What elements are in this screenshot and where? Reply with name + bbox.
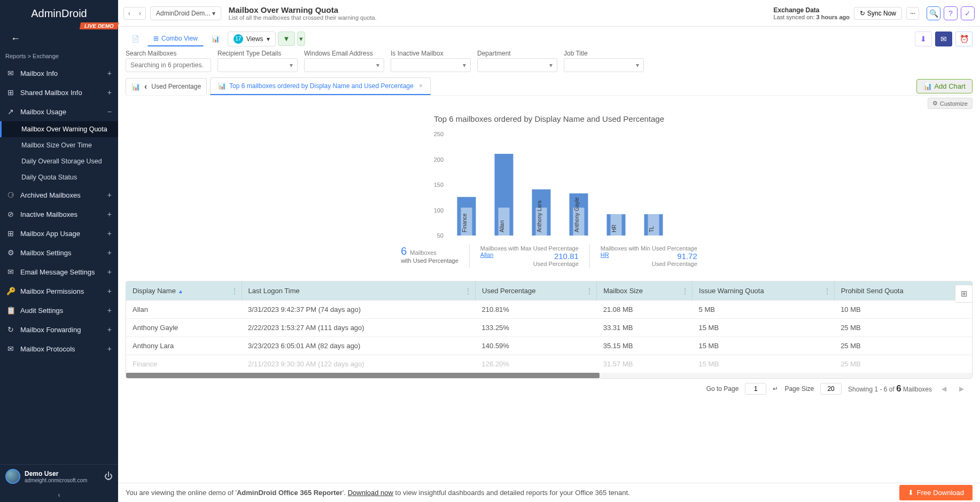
views-button[interactable]: 17 Views ▾ <box>228 32 276 46</box>
col-header[interactable]: Prohibit Send Quota⋮ <box>834 281 971 301</box>
nav-icon: ↻ <box>6 325 15 334</box>
download-link[interactable]: Download now <box>348 489 393 497</box>
expand-icon[interactable]: + <box>107 88 112 97</box>
page-size-input[interactable] <box>820 383 842 395</box>
combo-view-button[interactable]: ⊞Combo View <box>147 31 204 46</box>
col-menu-icon[interactable]: ⋮ <box>586 287 593 295</box>
expand-icon[interactable]: − <box>107 107 112 116</box>
goto-page-input[interactable] <box>745 383 766 395</box>
search-icon[interactable]: 🔍 <box>927 6 940 20</box>
expand-icon[interactable]: + <box>107 229 112 238</box>
filter-dropdown[interactable]: ▾ <box>297 32 305 46</box>
prev-chart-icon[interactable]: ‹ <box>144 82 147 91</box>
close-tab-icon[interactable]: × <box>419 82 423 90</box>
table-row[interactable]: Anthony Lara3/23/2023 6:05:01 AM (82 day… <box>126 337 972 355</box>
report-selector-label: AdminDroid Dem... <box>156 10 210 17</box>
help-icon[interactable]: ? <box>944 6 958 20</box>
expand-icon[interactable]: + <box>107 344 112 353</box>
report-selector[interactable]: AdminDroid Dem... ▾ <box>150 6 221 20</box>
col-menu-icon[interactable]: ⋮ <box>464 287 472 295</box>
next-page[interactable]: ▶ <box>956 384 967 394</box>
sidebar-item-11[interactable]: ✉Mailbox Protocols+ <box>0 339 118 358</box>
page-subtitle: List of all the mailboxes that crossed t… <box>229 14 377 21</box>
col-header[interactable]: Mailbox Size⋮ <box>597 281 693 301</box>
filter-recipient-type[interactable]: ▾ <box>217 58 298 72</box>
col-header[interactable]: Used Percentage⋮ <box>476 281 597 301</box>
min-link[interactable]: HR <box>601 252 609 267</box>
add-chart-button[interactable]: 📊Add Chart <box>916 79 973 93</box>
col-header[interactable]: Last Logon Time⋮ <box>242 281 475 301</box>
gear-icon: ⚙ <box>932 100 938 107</box>
sidebar-item-5[interactable]: ⊞Mailbox App Usage+ <box>0 224 118 243</box>
column-config-icon[interactable]: ⊞ <box>955 285 973 303</box>
filter-email-address[interactable]: ▾ <box>304 58 384 72</box>
expand-icon[interactable]: + <box>107 248 112 257</box>
search-input[interactable] <box>126 58 211 72</box>
filter-inactive[interactable]: ▾ <box>391 58 471 72</box>
filter-job-title[interactable]: ▾ <box>564 58 644 72</box>
chart-stats: 6Mailboxes with Used Percentage Mailboxe… <box>142 244 956 268</box>
chart-container: Top 6 mailboxes ordered by Display Name … <box>126 109 973 273</box>
back-button[interactable]: ← <box>0 27 118 51</box>
free-download-button[interactable]: ⬇Free Download <box>899 485 973 500</box>
customize-button[interactable]: ⚙Customize <box>928 98 973 109</box>
table-row[interactable]: Anthony Gayle2/22/2023 1:53:27 AM (111 d… <box>126 319 972 337</box>
sidebar-item-7[interactable]: ✉Email Message Settings+ <box>0 262 118 281</box>
collapse-sidebar[interactable]: ‹ <box>0 488 118 502</box>
col-header[interactable]: Issue Warning Quota⋮ <box>693 281 835 301</box>
sidebar-user[interactable]: Demo User admeight.onmicrosoft.com ⏻ <box>0 464 118 488</box>
chart-side-label[interactable]: Used Percentage <box>151 83 201 90</box>
prev-page[interactable]: ◀ <box>938 384 950 394</box>
chevron-down-icon: ▾ <box>267 35 270 43</box>
table-row[interactable]: Allan3/31/2023 9:42:37 PM (74 days ago)2… <box>126 301 972 319</box>
topbar: ‹ › AdminDroid Dem... ▾ Mailbox Over War… <box>118 0 980 27</box>
expand-icon[interactable]: + <box>107 287 112 295</box>
schedule-icon[interactable]: ⏰ <box>955 32 973 46</box>
expand-icon[interactable]: + <box>107 325 112 334</box>
email-icon[interactable]: ✉ <box>935 32 952 46</box>
sync-now-button[interactable]: ↻Sync Now <box>854 7 902 20</box>
col-menu-icon[interactable]: ⋮ <box>823 287 831 295</box>
expand-icon[interactable]: + <box>107 210 112 218</box>
sidebar-item-9[interactable]: 📋Audit Settings+ <box>0 301 118 320</box>
sidebar-item-8[interactable]: 🔑Mailbox Permissions+ <box>0 281 118 301</box>
sidebar-item-10[interactable]: ↻Mailbox Forwarding+ <box>0 320 118 339</box>
sidebar-item-6[interactable]: ⚙Mailbox Settings+ <box>0 243 118 262</box>
sidebar-sub-3[interactable]: Daily Quota Status <box>0 169 118 185</box>
col-menu-icon[interactable]: ⋮ <box>231 287 238 295</box>
power-icon[interactable]: ⏻ <box>104 472 113 481</box>
chart-icon[interactable]: 📊 <box>131 83 140 91</box>
export-icon[interactable]: 📄 <box>126 32 145 46</box>
chart-only-icon[interactable]: 📊 <box>206 32 225 46</box>
expand-icon[interactable]: + <box>107 191 112 199</box>
expand-icon[interactable]: + <box>107 69 112 77</box>
goto-submit-icon[interactable]: ↵ <box>773 385 778 393</box>
sidebar-sub-2[interactable]: Daily Overall Storage Used <box>0 153 118 169</box>
sidebar-item-0[interactable]: ✉Mailbox Info+ <box>0 64 118 83</box>
expand-icon[interactable]: + <box>107 268 112 276</box>
check-icon[interactable]: ✓ <box>961 6 975 20</box>
chart-svg: 50100150200250FinanceAllanAnthony LaraAn… <box>421 129 678 241</box>
sidebar-item-2[interactable]: ↗Mailbox Usage− <box>0 102 118 121</box>
expand-icon[interactable]: + <box>107 306 112 315</box>
filter-department[interactable]: ▾ <box>477 58 557 72</box>
download-icon[interactable]: ⬇ <box>915 32 932 46</box>
col-header[interactable]: Display Name▲⋮ <box>126 281 242 301</box>
chart-tab-active[interactable]: 📊 Top 6 mailboxes ordered by Display Nam… <box>210 77 431 95</box>
max-link[interactable]: Allan <box>480 252 493 267</box>
sidebar-sub-1[interactable]: Mailbox Size Over Time <box>0 137 118 153</box>
history-back[interactable]: ‹ <box>124 7 135 19</box>
sidebar-item-3[interactable]: ⚆Archived Mailboxes+ <box>0 185 118 205</box>
user-name: Demo User <box>25 470 87 477</box>
sidebar-sub-0[interactable]: Mailbox Over Warning Quota <box>0 121 118 137</box>
avatar <box>5 469 20 484</box>
history-forward[interactable]: › <box>135 7 145 19</box>
sidebar-item-1[interactable]: ⊞Shared Mailbox Info+ <box>0 83 118 102</box>
filter-button[interactable]: ▼ <box>278 32 295 46</box>
sidebar-item-4[interactable]: ⊘Inactive Mailboxes+ <box>0 205 118 224</box>
horizontal-scrollbar[interactable] <box>126 373 972 378</box>
col-menu-icon[interactable]: ⋮ <box>681 287 689 295</box>
more-button[interactable]: ··· <box>906 7 919 20</box>
nav-icon: 🔑 <box>6 287 15 295</box>
table-row[interactable]: Finance2/11/2023 9:30:30 AM (122 days ag… <box>126 355 972 373</box>
